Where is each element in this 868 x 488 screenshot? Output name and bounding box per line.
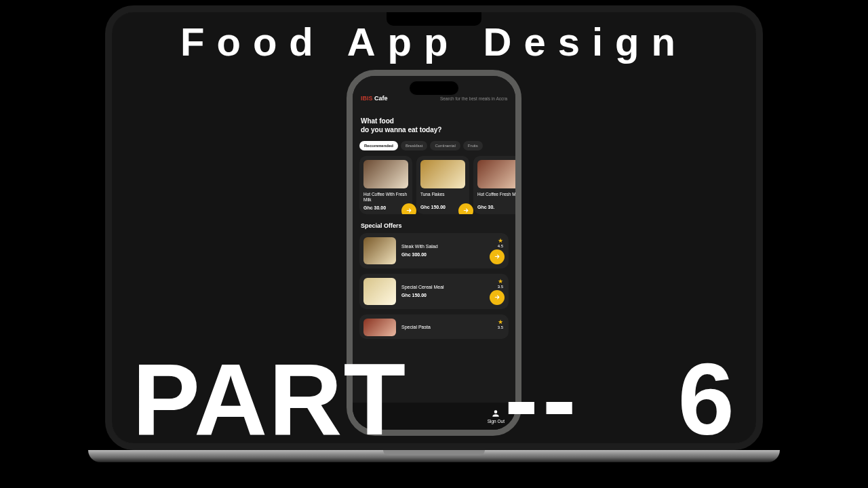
offer-name: Steak With Salad (401, 244, 505, 249)
arrow-right-icon (494, 253, 501, 260)
rating-badge: ★3.5 (498, 319, 503, 329)
arrow-right-icon (406, 207, 413, 214)
add-button[interactable] (458, 203, 473, 214)
offer-thumb (363, 237, 396, 264)
brand-accent: IBIS (361, 95, 373, 102)
subtitle-part: PART (132, 348, 407, 450)
brand-rest: Cafe (373, 95, 388, 102)
food-thumb (477, 160, 515, 188)
phone-notch (410, 81, 458, 95)
offer-name: Special Pasta (401, 325, 505, 329)
add-button[interactable] (490, 290, 505, 305)
add-button[interactable] (401, 203, 416, 214)
rating-badge: ★4.5 (498, 237, 503, 248)
rating-value: 4.5 (498, 244, 503, 248)
food-thumb (363, 160, 408, 188)
food-card[interactable]: ★3.5 Hot Coffee With Fresh Milk Ghc 30.0… (359, 156, 412, 214)
arrow-right-icon (494, 293, 501, 301)
food-name: Hot Coffee Fresh Mi (477, 192, 515, 202)
laptop-notch (387, 12, 481, 26)
recommended-list[interactable]: ★3.5 Hot Coffee With Fresh Milk Ghc 30.0… (353, 156, 515, 214)
offer-name: Special Cereal Meal (401, 285, 505, 289)
rating-badge: ★3.5 (498, 278, 503, 289)
star-icon: ★ (498, 319, 503, 325)
laptop-screen: Food App Design PART -- 6 IBIS Cafe Sear… (112, 12, 756, 443)
food-card[interactable]: ★3.5 Tuna Flakes Ghc 150.00 (416, 156, 469, 214)
offer-row[interactable]: Special Cereal Meal Ghc 150.00 ★3.5 (359, 274, 509, 309)
offer-row[interactable]: Special Pasta ★3.5 (359, 314, 509, 339)
rating-value: 3.5 (498, 325, 503, 329)
search-input[interactable]: Search for the best meals in Accra (440, 96, 507, 101)
food-price: Ghc 30. (477, 205, 515, 209)
hero-line-1: What food (361, 117, 507, 125)
star-icon: ★ (498, 278, 503, 285)
hero-line-2: do you wanna eat today? (361, 125, 507, 134)
offer-thumb (363, 319, 396, 336)
arrow-right-icon (462, 207, 470, 214)
food-name: Hot Coffee With Fresh Milk (363, 192, 408, 203)
slide-title: Food App Design (112, 19, 756, 64)
tab-fruits[interactable]: Fruits (463, 141, 483, 150)
tab-breakfast[interactable]: Breakfast (401, 141, 427, 150)
food-thumb (420, 160, 465, 188)
food-card[interactable]: ★3.5 Hot Coffee Fresh Mi Ghc 30. (473, 156, 515, 214)
offer-row[interactable]: Steak With Salad Ghc 300.00 ★4.5 (359, 233, 509, 268)
hero-heading: What food do you wanna eat today? (353, 107, 515, 141)
food-name: Tuna Flakes (420, 192, 465, 202)
subtitle-dashes: -- (505, 348, 580, 450)
slide-subtitle: PART -- 6 (132, 348, 736, 450)
app-brand[interactable]: IBIS Cafe (361, 95, 388, 102)
tab-continental[interactable]: Continental (430, 141, 460, 150)
tab-recommended[interactable]: Recommended (359, 141, 398, 150)
laptop-frame: Food App Design PART -- 6 IBIS Cafe Sear… (105, 5, 763, 450)
offers-list[interactable]: Steak With Salad Ghc 300.00 ★4.5 Special… (353, 233, 515, 339)
offer-thumb (363, 278, 396, 305)
star-icon: ★ (498, 237, 503, 244)
special-offers-title: Special Offers (353, 214, 515, 233)
category-tabs: Recommended Breakfast Continental Fruits (353, 141, 515, 156)
offer-info: Special Pasta (401, 325, 505, 329)
laptop-base (88, 450, 780, 462)
subtitle-number: 6 (678, 348, 736, 450)
add-button[interactable] (490, 249, 505, 264)
rating-value: 3.5 (498, 285, 503, 289)
